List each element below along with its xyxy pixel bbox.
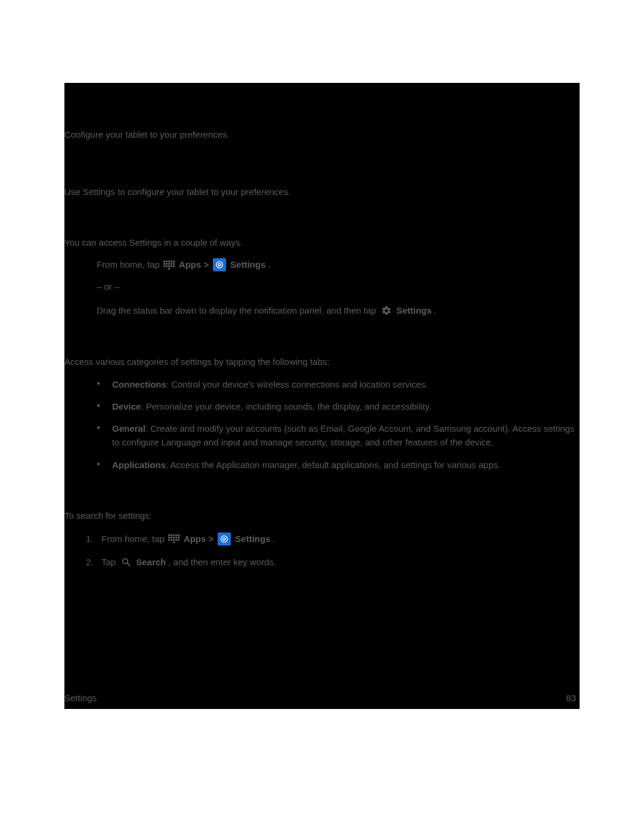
category-desc: : Create and modify your accounts (such … <box>112 423 574 447</box>
list-item: Applications: Access the Application man… <box>97 458 580 472</box>
period: . <box>434 304 436 318</box>
heading-access: Access Settings <box>64 215 580 227</box>
svg-point-0 <box>216 262 223 268</box>
settings-label: Settings <box>397 304 432 318</box>
category-desc: : Control your device's wireless connect… <box>166 379 428 389</box>
access-text: You can access Settings in a couple of w… <box>64 236 580 249</box>
access-step-1: From home, tap Apps > Settings . <box>64 258 580 272</box>
step-number: 1. <box>86 531 94 547</box>
step-number: 2. <box>86 554 94 570</box>
list-item: General: Create and modify your accounts… <box>97 422 580 450</box>
step-text: Drag the status bar down to display the … <box>97 304 376 318</box>
category-desc: : Access the Application manager, defaul… <box>166 460 500 470</box>
period: . <box>268 258 271 272</box>
overview-text: Use Settings to configure your tablet to… <box>64 185 580 199</box>
category-name: General <box>112 423 145 433</box>
intro-text: Configure your tablet to your preference… <box>64 128 580 141</box>
heading-search: Search for Settings <box>64 488 580 500</box>
footer-page-number: 83 <box>566 693 576 703</box>
apps-label: Apps > <box>184 531 213 547</box>
settings-label: Settings <box>235 531 270 547</box>
list-item: Connections: Control your device's wirel… <box>97 377 580 391</box>
categories-list: Connections: Control your device's wirel… <box>64 377 580 472</box>
svg-point-2 <box>221 535 228 542</box>
heading-overview: Settings Overview <box>64 162 580 175</box>
page-footer: Settings 83 <box>64 693 580 703</box>
apps-grid-icon <box>163 259 175 270</box>
document-page: Settings Configure your tablet to your p… <box>64 83 580 709</box>
settings-gear-blue-icon <box>218 532 231 546</box>
step-text: From home, tap <box>97 258 160 272</box>
search-label: Search <box>136 554 166 570</box>
step-text: Tap <box>101 554 116 570</box>
categories-text: Access various categories of settings by… <box>64 355 580 368</box>
list-item: 1. From home, tap Apps > Settings . <box>86 531 580 547</box>
list-item: 2. Tap Search , and then enter key words… <box>86 554 580 570</box>
svg-point-3 <box>223 538 225 540</box>
step-text: From home, tap <box>101 531 165 547</box>
page-title: Settings <box>64 101 580 117</box>
search-icon <box>120 556 132 568</box>
gear-icon <box>380 305 392 317</box>
category-name: Connections <box>112 379 166 389</box>
search-text: To search for settings: <box>64 509 580 522</box>
category-desc: : Personalize your device, including sou… <box>141 401 431 411</box>
category-name: Applications <box>112 460 166 470</box>
settings-gear-blue-icon <box>213 258 226 271</box>
period: . <box>273 531 275 547</box>
or-separator: – or – <box>64 281 580 292</box>
heading-categories: Settings Categories <box>64 335 580 346</box>
svg-point-1 <box>218 264 221 266</box>
access-step-2: Drag the status bar down to display the … <box>64 304 580 318</box>
list-item: Device: Personalize your device, includi… <box>97 400 580 413</box>
category-name: Device <box>112 401 141 411</box>
footer-section: Settings <box>64 693 97 703</box>
apps-grid-icon <box>168 534 180 544</box>
svg-line-5 <box>127 563 129 566</box>
settings-label: Settings <box>230 258 265 272</box>
step-text: , and then enter key words. <box>168 554 276 570</box>
apps-label: Apps > <box>179 258 209 272</box>
search-steps: 1. From home, tap Apps > Settings . 2. T… <box>64 531 580 570</box>
